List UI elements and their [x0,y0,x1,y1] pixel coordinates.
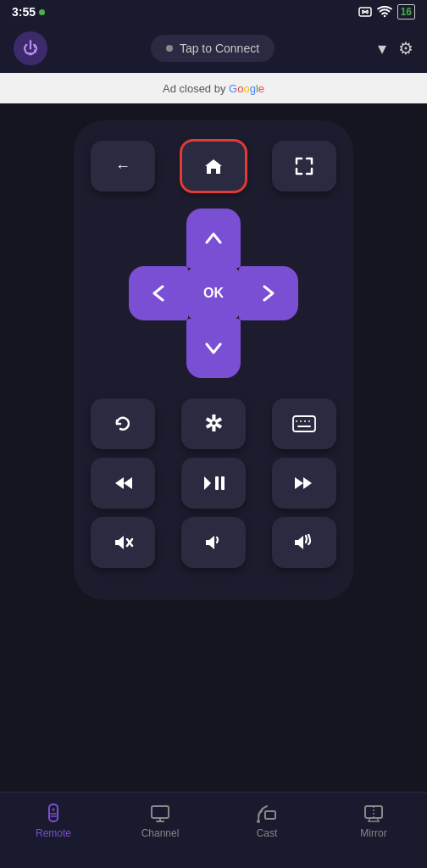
svg-rect-19 [152,806,169,818]
volume-down-button[interactable] [181,517,246,568]
options-button[interactable]: ✲ [181,398,246,449]
volume-up-icon [293,534,315,551]
svg-point-22 [257,820,260,823]
up-icon [205,232,222,244]
volume-up-button[interactable] [272,517,336,568]
svg-point-16 [53,809,55,811]
ad-text: Ad closed by Google [163,82,264,95]
svg-rect-23 [265,811,275,819]
back-icon: ← [115,158,130,175]
top-row: ← [91,141,336,192]
nav-item-channel[interactable]: Channel [126,803,194,839]
wifi-icon [377,6,392,18]
fullscreen-button[interactable] [272,141,336,192]
fastforward-icon [293,476,315,491]
ad-banner: Ad closed by Google [0,73,427,103]
svg-rect-24 [365,806,382,818]
nav-item-cast[interactable]: Cast [233,803,301,839]
home-icon [202,156,225,176]
nav-item-mirror[interactable]: Mirror [340,803,408,839]
cast-nav-icon [257,803,277,823]
remote-body: ← [74,120,353,600]
activity-dot [39,9,45,15]
status-time: 3:55 [12,5,45,19]
options-icon: ✲ [204,411,223,437]
nav-label-channel: Channel [141,827,180,839]
nav-label-remote: Remote [36,827,71,839]
right-icon [263,285,274,302]
nav-item-remote[interactable]: Remote [19,803,87,839]
replay-button[interactable] [91,398,155,449]
battery-icon: 16 [397,4,415,19]
dpad-container: OK [91,209,336,378]
header-icons: ▾ ⚙ [378,38,413,58]
svg-rect-5 [293,416,315,431]
channel-nav-icon [150,803,170,823]
svg-rect-15 [49,804,58,821]
play-pause-button[interactable] [181,458,246,509]
rewind-button[interactable] [91,458,155,509]
keyboard-button[interactable] [272,398,336,449]
volume-down-icon [202,534,225,551]
power-icon: ⏻ [23,40,38,58]
fastforward-button[interactable] [272,458,336,509]
play-pause-icon [202,475,225,492]
dpad: OK [129,209,298,378]
status-icons: 16 [358,4,415,19]
rewind-icon [112,476,134,491]
settings-icon[interactable]: ⚙ [398,38,413,58]
ok-label: OK [203,286,224,301]
dpad-down-button[interactable] [186,319,241,378]
fullscreen-icon [295,157,313,175]
status-bar: 3:55 16 [0,0,427,24]
mute-icon [112,534,134,551]
connect-button[interactable]: Tap to Connect [151,35,274,62]
nav-label-mirror: Mirror [360,827,386,839]
volume-row [91,517,336,568]
media-row-1: ✲ [91,398,336,449]
media-row-2 [91,458,336,509]
bottom-nav: Remote Channel Cast Mirror [0,792,427,868]
left-icon [152,285,164,302]
keyboard-icon [292,415,316,432]
down-icon [205,342,222,354]
replay-icon [114,415,132,433]
remote-container: ← [0,103,427,792]
svg-rect-12 [221,476,225,490]
home-button[interactable] [181,141,246,192]
ok-button[interactable]: OK [180,259,247,327]
svg-rect-11 [215,476,219,490]
dpad-right-button[interactable] [239,266,298,320]
app-header: ⏻ Tap to Connect ▾ ⚙ [0,24,427,73]
mute-button[interactable] [91,517,155,568]
time-label: 3:55 [12,5,36,19]
nav-label-cast: Cast [257,827,278,839]
back-button[interactable]: ← [91,141,155,192]
power-button[interactable]: ⏻ [14,31,47,65]
remote-nav-icon [43,803,64,823]
connect-dot [166,45,173,52]
dropdown-icon[interactable]: ▾ [378,38,386,58]
sim-icon [358,7,372,17]
connect-label: Tap to Connect [180,42,259,55]
google-logo: Google [229,82,264,95]
mirror-nav-icon [363,803,384,823]
